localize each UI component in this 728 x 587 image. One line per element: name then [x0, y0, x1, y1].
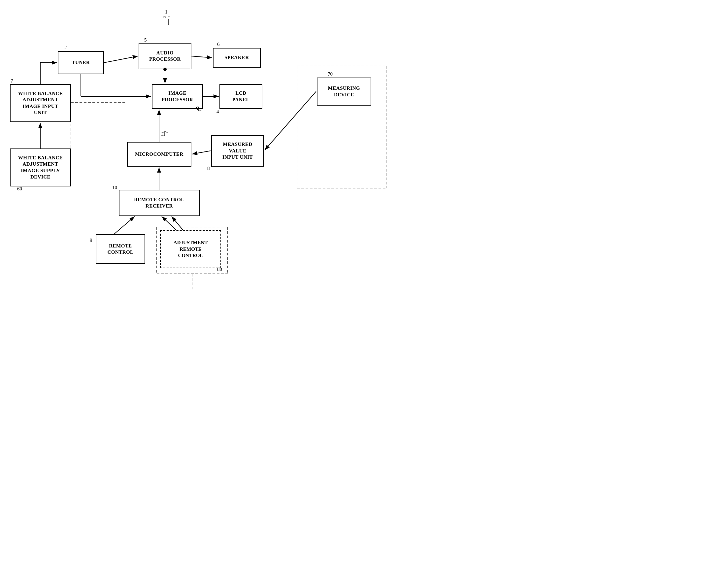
speaker-block: SPEAKER	[213, 48, 261, 68]
ref-num-4: 4	[216, 109, 219, 115]
svg-line-11	[192, 151, 211, 154]
measuring-device-block: MEASURINGDEVICE	[317, 77, 371, 105]
measured-value-label: MEASUREDVALUEINPUT UNIT	[222, 141, 253, 161]
tuner-block: TUNER	[58, 51, 104, 74]
ref-num-70: 70	[328, 71, 333, 77]
ref-num-5: 5	[144, 37, 147, 43]
svg-line-25	[162, 216, 177, 230]
remote-control-receiver-block: REMOTE CONTROLRECEIVER	[119, 190, 199, 216]
svg-line-12	[265, 91, 316, 150]
ref-num-6: 6	[217, 42, 220, 47]
image-processor-label: IMAGEPROCESSOR	[162, 90, 193, 103]
svg-line-24	[114, 216, 135, 234]
svg-line-4	[191, 56, 212, 58]
tilde-symbol: ⌒	[164, 15, 170, 23]
measuring-device-label: MEASURINGDEVICE	[328, 85, 360, 98]
ref-num-3: 3	[197, 105, 199, 111]
remote-control-block: REMOTECONTROL	[96, 234, 145, 264]
ref-num-9: 9	[90, 238, 92, 243]
ref-num-80: 80	[217, 266, 222, 272]
ref-num-60: 60	[17, 186, 22, 192]
block-diagram: 1 ~ TUNER AUDIOPROCESSOR SPEAKER IMAGEPR…	[0, 0, 409, 297]
audio-processor-label: AUDIOPROCESSOR	[149, 50, 181, 63]
svg-line-3	[104, 56, 138, 63]
lcd-panel-block: LCDPANEL	[219, 84, 262, 109]
remote-control-label: REMOTECONTROL	[108, 243, 134, 256]
lcd-panel-label: LCDPANEL	[232, 90, 250, 103]
white-balance-supply-label: WHITE BALANCEADJUSTMENTIMAGE SUPPLYDEVIC…	[18, 155, 63, 181]
svg-line-26	[172, 216, 183, 230]
white-balance-input-label: WHITE BALANCEADJUSTMENTIMAGE INPUTUNIT	[18, 90, 63, 116]
tuner-label: TUNER	[72, 60, 90, 66]
white-balance-input-block: WHITE BALANCEADJUSTMENTIMAGE INPUTUNIT	[10, 84, 71, 122]
speaker-label: SPEAKER	[225, 54, 249, 61]
white-balance-supply-block: WHITE BALANCEADJUSTMENTIMAGE SUPPLYDEVIC…	[10, 148, 71, 186]
measured-value-block: MEASUREDVALUEINPUT UNIT	[211, 135, 264, 167]
ref-num-2: 2	[64, 45, 67, 50]
adjustment-remote-control-label: ADJUSTMENTREMOTECONTROL	[173, 239, 208, 259]
remote-control-receiver-label: REMOTE CONTROLRECEIVER	[134, 197, 185, 210]
ref-num-7: 7	[10, 78, 13, 84]
microcomputer-block: MICROCOMPUTER	[127, 142, 191, 167]
audio-processor-block: AUDIOPROCESSOR	[139, 43, 191, 69]
ref-num-10: 10	[112, 185, 117, 190]
adjustment-remote-control-block: ADJUSTMENTREMOTECONTROL	[160, 230, 221, 268]
ref-num-8: 8	[207, 166, 210, 171]
microcomputer-label: MICROCOMPUTER	[135, 151, 184, 158]
image-processor-block: IMAGEPROCESSOR	[152, 84, 203, 109]
ref-num-11: 11	[161, 131, 165, 137]
